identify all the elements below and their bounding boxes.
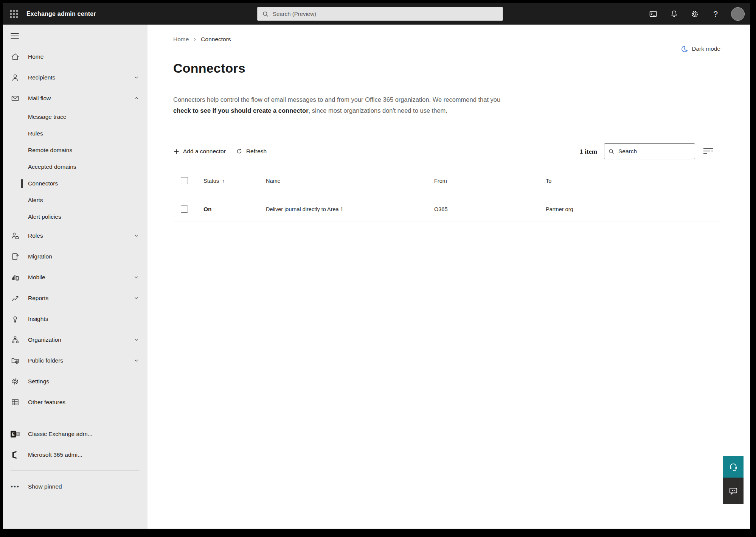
sidebar-item-accepted-domains[interactable]: Accepted domains	[3, 159, 147, 175]
sidebar-item-public-folders[interactable]: Public folders	[3, 350, 147, 371]
plus-icon	[173, 148, 180, 155]
add-connector-button[interactable]: Add a connector	[173, 148, 226, 155]
sidebar-item-label: Insights	[28, 316, 48, 322]
sidebar-item-label: Settings	[28, 378, 49, 385]
sidebar-item-reports[interactable]: Reports	[3, 288, 147, 308]
breadcrumb-current: Connectors	[201, 36, 231, 43]
row-checkbox[interactable]	[181, 205, 188, 213]
column-header-from[interactable]: From	[434, 178, 546, 184]
topbar: Exchange admin center	[3, 3, 750, 25]
sidebar-item-migration[interactable]: Migration	[3, 246, 147, 267]
support-button[interactable]	[723, 456, 744, 478]
microsoft-365-icon	[11, 450, 20, 459]
filter-button[interactable]	[702, 146, 715, 157]
sidebar-item-mail-flow[interactable]: Mail flow	[3, 88, 147, 109]
body: Home Recipients Mail flow Message trace	[3, 25, 750, 529]
sidebar-item-label: Reports	[28, 295, 48, 302]
refresh-icon	[236, 148, 243, 155]
app-window: Exchange admin center	[3, 3, 750, 529]
sidebar-item-settings[interactable]: Settings	[3, 371, 147, 392]
person-icon	[11, 73, 20, 82]
column-header-name[interactable]: Name	[266, 178, 434, 184]
sidebar-item-rules[interactable]: Rules	[3, 125, 147, 142]
list-toolbar: Add a connector Refresh 1 item	[173, 138, 727, 165]
ellipsis-icon: •••	[11, 483, 20, 490]
sidebar-item-classic-exchange[interactable]: E✕ Classic Exchange adm...	[3, 423, 147, 444]
app-launcher-icon	[10, 10, 18, 18]
sidebar-item-mobile[interactable]: Mobile	[3, 267, 147, 288]
hamburger-icon	[11, 33, 19, 39]
settings-button[interactable]	[689, 9, 700, 19]
table-header-row: Status↑ Name From To	[173, 165, 720, 197]
chevron-down-icon	[134, 233, 139, 238]
avatar[interactable]	[731, 7, 745, 21]
cell-status: On	[203, 206, 266, 213]
select-all-checkbox[interactable]	[181, 177, 188, 184]
gear-icon	[11, 377, 20, 386]
sidebar-item-label: Roles	[28, 232, 43, 239]
refresh-label: Refresh	[246, 148, 267, 155]
mobile-icon	[11, 273, 20, 282]
sidebar-item-alert-policies[interactable]: Alert policies	[3, 209, 147, 225]
topbar-actions: ?	[648, 7, 745, 21]
terminal-icon	[649, 9, 658, 19]
refresh-button[interactable]: Refresh	[236, 148, 267, 155]
sidebar-item-label: Mail flow	[28, 95, 51, 102]
sidebar-item-organization[interactable]: Organization	[3, 329, 147, 350]
column-header-status[interactable]: Status↑	[203, 178, 266, 184]
org-chart-icon	[11, 335, 20, 344]
sidebar-item-insights[interactable]: Insights	[3, 308, 147, 329]
sidebar-item-label: Mobile	[28, 274, 45, 281]
breadcrumb-home-link[interactable]: Home	[173, 36, 189, 43]
topbar-search-input[interactable]	[273, 11, 498, 17]
search-icon	[262, 11, 269, 17]
app-launcher-button[interactable]	[5, 3, 23, 25]
description-link[interactable]: check to see if you should create a conn…	[173, 107, 309, 114]
sidebar-item-label: Alert policies	[28, 213, 61, 220]
cell-name[interactable]: Deliver journal directly to Area 1	[266, 206, 434, 212]
sidebar-item-m365-admin[interactable]: Microsoft 365 admi...	[3, 444, 147, 465]
nav-collapse-button[interactable]	[11, 33, 19, 40]
list-search[interactable]	[604, 143, 695, 159]
dark-mode-label: Dark mode	[692, 45, 720, 52]
notifications-button[interactable]	[669, 9, 679, 19]
sidebar-item-label: Organization	[28, 336, 61, 343]
cloud-shell-button[interactable]	[648, 9, 658, 19]
sidebar-item-connectors[interactable]: Connectors	[3, 175, 147, 192]
help-button[interactable]: ?	[710, 9, 721, 19]
headset-icon	[728, 462, 738, 472]
list-search-input[interactable]	[618, 148, 691, 155]
sidebar-item-label: Public folders	[28, 357, 63, 364]
table-row[interactable]: On Deliver journal directly to Area 1 O3…	[173, 197, 720, 221]
sidebar-item-label: Accepted domains	[28, 163, 76, 170]
chevron-down-icon	[134, 295, 139, 301]
sidebar-item-recipients[interactable]: Recipients	[3, 67, 147, 88]
divider	[11, 470, 139, 471]
dark-mode-toggle[interactable]: Dark mode	[681, 45, 720, 53]
sidebar-item-roles[interactable]: Roles	[3, 225, 147, 246]
sidebar: Home Recipients Mail flow Message trace	[3, 25, 147, 529]
line-chart-icon	[11, 294, 20, 303]
sidebar-item-alerts[interactable]: Alerts	[3, 192, 147, 209]
chevron-down-icon	[134, 337, 139, 342]
home-icon	[11, 52, 20, 61]
sidebar-item-label: Classic Exchange adm...	[28, 431, 93, 437]
sidebar-item-home[interactable]: Home	[3, 46, 147, 67]
chevron-down-icon	[134, 274, 139, 280]
chevron-right-icon	[192, 37, 197, 42]
lightbulb-icon	[11, 314, 20, 324]
topbar-search[interactable]	[257, 7, 503, 21]
feedback-button[interactable]	[723, 478, 744, 504]
sidebar-item-label: Microsoft 365 admi...	[28, 451, 82, 458]
sidebar-item-show-pinned[interactable]: ••• Show pinned	[3, 476, 147, 497]
item-count: 1 item	[580, 148, 597, 156]
content: Home Connectors Dark mode Connectors Con…	[173, 35, 727, 221]
column-header-to[interactable]: To	[546, 178, 720, 184]
feedback-icon	[728, 486, 738, 496]
mail-icon	[11, 94, 20, 103]
chevron-down-icon	[134, 75, 139, 80]
sidebar-item-other-features[interactable]: Other features	[3, 392, 147, 412]
connectors-table: Status↑ Name From To On Deliver journal …	[173, 165, 720, 221]
sidebar-item-remote-domains[interactable]: Remote domains	[3, 142, 147, 159]
sidebar-item-message-trace[interactable]: Message trace	[3, 109, 147, 125]
